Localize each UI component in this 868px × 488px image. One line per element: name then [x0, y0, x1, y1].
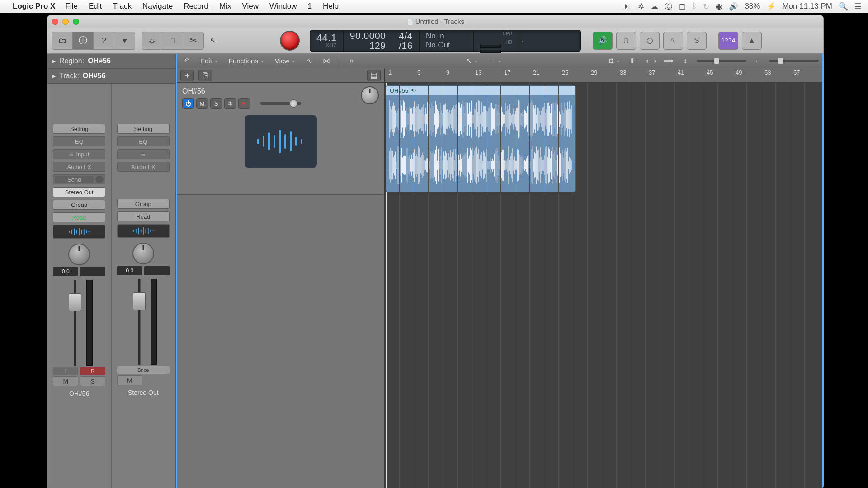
low-latency-button[interactable]: ∿	[663, 32, 683, 50]
wifi-icon[interactable]: ◉	[716, 2, 722, 11]
track-freeze[interactable]: ❄	[224, 98, 236, 109]
track-icon[interactable]	[245, 115, 317, 168]
window-minimize[interactable]	[62, 19, 69, 25]
smart-controls-button[interactable]: ☼	[142, 32, 162, 50]
solo-button[interactable]: S	[687, 32, 707, 50]
duplicate-track-button[interactable]: ⎘	[198, 70, 212, 81]
automation-mode[interactable]: Read	[53, 212, 105, 222]
input-slot[interactable]: ∞Input	[53, 149, 105, 159]
lcd-mode-menu[interactable]: ⌄	[519, 30, 527, 51]
vertical-zoom-slider[interactable]	[697, 60, 746, 62]
track-mute[interactable]: M	[196, 98, 208, 109]
automation-icon[interactable]: ∿	[303, 56, 315, 66]
tuner-button[interactable]: ◷	[640, 32, 660, 50]
menu-track[interactable]: Track	[107, 2, 137, 11]
input-slot[interactable]: ∞	[117, 149, 170, 159]
bluetooth-icon[interactable]: ᛒ	[692, 2, 697, 11]
volume-icon[interactable]: 🔊	[729, 2, 738, 11]
cycle-button[interactable]: 1234	[718, 32, 738, 50]
menu-record[interactable]: Record	[178, 2, 214, 11]
inspector-region-header[interactable]: ▶ Region: OH#56	[47, 54, 175, 69]
record-enable[interactable]: R	[80, 367, 105, 375]
cloud-icon[interactable]: ☁	[651, 2, 658, 11]
track-icon-slot[interactable]	[53, 225, 105, 239]
battery-icon[interactable]: ⚡	[766, 2, 776, 11]
flex-icon[interactable]: ⋈	[321, 56, 332, 66]
eq-slot[interactable]: EQ	[117, 136, 170, 146]
bar-ruler[interactable]: 159131721252933374145495357	[385, 68, 822, 82]
display-icon[interactable]: ▢	[679, 2, 686, 11]
lcd-display[interactable]: 44.1 KHZ 90.0000 129 4/4 /16 No In No Ou…	[310, 30, 581, 52]
editors-button[interactable]: ✂	[183, 32, 204, 50]
metronome-button[interactable]: ▲	[742, 32, 762, 50]
input-monitor[interactable]: I	[53, 367, 78, 375]
automation-mode[interactable]: Read	[117, 211, 170, 221]
setting-slot[interactable]: Setting	[117, 124, 170, 134]
disclosure-triangle-icon[interactable]: ▶	[52, 58, 56, 64]
mute-button[interactable]: M	[53, 376, 78, 386]
track-record-enable[interactable]: R	[238, 98, 250, 109]
disclosure-triangle-icon[interactable]: ▶	[52, 73, 56, 79]
setting-slot[interactable]: Setting	[53, 124, 105, 134]
edit-menu[interactable]: Edit⌄	[198, 56, 221, 66]
zoom-reset-icon[interactable]: ↕	[679, 56, 691, 66]
track-name[interactable]: OH#56	[182, 87, 379, 95]
window-close[interactable]	[52, 19, 58, 25]
new-track-button[interactable]: ＋	[180, 70, 194, 81]
clock[interactable]: Mon 11:13 PM	[782, 2, 832, 11]
lcd-tempo[interactable]: 90.0000	[350, 31, 386, 41]
inspector-track-header[interactable]: ▶ Track: OH#56	[47, 69, 175, 84]
c-icon[interactable]: Ⓒ	[665, 1, 672, 12]
audiofx-slot[interactable]: Audio FX	[117, 162, 170, 172]
track-enable[interactable]: ⏻	[182, 98, 194, 109]
lcd-timesig-top[interactable]: 4/4	[399, 31, 413, 41]
inspector-button[interactable]: ⓘ	[73, 32, 94, 50]
balance-knob[interactable]	[132, 243, 154, 264]
lcd-position[interactable]: 129	[350, 41, 386, 51]
app-name[interactable]: Logic Pro X	[13, 2, 55, 11]
lcd-timesig-bot[interactable]: /16	[399, 41, 413, 51]
window-zoom[interactable]	[73, 19, 79, 25]
mute-button[interactable]: M	[117, 375, 142, 385]
timemachine-icon[interactable]: ↻	[703, 2, 709, 11]
db-value[interactable]: 0.0	[117, 266, 142, 275]
functions-menu[interactable]: Functions⌄	[226, 56, 267, 66]
audio-region[interactable]: OH#56⟲	[386, 85, 576, 192]
menu-1[interactable]: 1	[302, 2, 317, 11]
solo-button[interactable]: S	[80, 376, 105, 386]
eq-slot[interactable]: EQ	[53, 136, 105, 146]
audiofx-slot[interactable]: Audio FX	[53, 162, 105, 172]
global-tracks-button[interactable]: ▤	[367, 70, 381, 81]
volume-fader[interactable]	[66, 280, 85, 366]
pan-knob[interactable]	[68, 244, 90, 265]
group-slot[interactable]: Group	[53, 200, 105, 210]
back-icon[interactable]: ↶	[180, 56, 192, 66]
menu-file[interactable]: File	[60, 2, 83, 11]
menu-edit[interactable]: Edit	[83, 2, 107, 11]
send-slot[interactable]: Send	[53, 174, 105, 184]
output-slot[interactable]: Stereo Out	[53, 187, 105, 197]
menu-window[interactable]: Window	[264, 2, 302, 11]
vertical-zoom-icon[interactable]: ⟷	[645, 56, 657, 66]
horizontal-zoom-slider[interactable]	[769, 60, 819, 62]
fan-icon[interactable]: ✲	[638, 2, 644, 11]
spotlight-icon[interactable]: 🔍	[839, 2, 848, 11]
waveform-zoom-icon[interactable]: ⊪	[628, 56, 640, 66]
volume-fader[interactable]	[130, 279, 149, 365]
pointer-tool[interactable]: ↖⌄	[463, 56, 481, 66]
mixer-button[interactable]: ⎍	[162, 32, 183, 50]
battery-percent[interactable]: 38%	[745, 2, 760, 11]
snap-menu[interactable]: ⚙⌄	[605, 56, 623, 66]
track-header[interactable]: OH#56 ⏻ M S ❄ R	[177, 83, 384, 195]
menu-help[interactable]: Help	[317, 2, 344, 11]
record-button[interactable]	[280, 31, 300, 51]
menu-view[interactable]: View	[236, 2, 264, 11]
menu-navigate[interactable]: Navigate	[137, 2, 178, 11]
link-icon[interactable]: ↔	[752, 56, 764, 66]
track-pan-knob[interactable]	[361, 86, 379, 104]
track-solo[interactable]: S	[210, 98, 222, 109]
library-button[interactable]: 🗂	[52, 32, 73, 50]
menu-mix[interactable]: Mix	[214, 2, 236, 11]
view-menu[interactable]: View⌄	[272, 56, 298, 66]
camcorder-icon[interactable]: ⏯	[624, 2, 632, 11]
